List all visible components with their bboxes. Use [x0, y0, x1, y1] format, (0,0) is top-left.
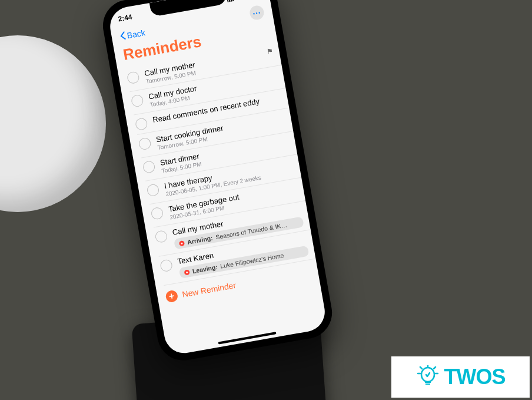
status-time: 2:44	[118, 13, 133, 24]
flag-icon: ⚑	[266, 47, 274, 56]
ellipsis-icon: ⋯	[252, 7, 262, 18]
complete-toggle[interactable]	[142, 160, 156, 174]
back-label: Back	[126, 28, 145, 40]
location-icon	[179, 240, 185, 246]
location-kind: Leaving:	[192, 263, 218, 275]
keys-photo	[320, 0, 508, 189]
svg-rect-2	[230, 0, 232, 2]
new-reminder-label: New Reminder	[181, 280, 237, 299]
complete-toggle[interactable]	[127, 71, 140, 84]
location-icon	[184, 269, 189, 275]
home-indicator[interactable]	[218, 332, 276, 344]
complete-toggle[interactable]	[138, 137, 152, 150]
twos-logo: TWOS	[391, 356, 530, 398]
iphone-device: 2:44 Back ⋯	[99, 0, 336, 365]
back-button[interactable]: Back	[119, 28, 146, 42]
signal-icon	[227, 0, 236, 4]
battery-icon	[247, 0, 260, 1]
chevron-left-icon	[119, 31, 127, 41]
complete-toggle[interactable]	[131, 94, 144, 108]
svg-rect-1	[229, 0, 231, 2]
more-button[interactable]: ⋯	[249, 5, 265, 21]
wifi-icon	[237, 0, 246, 2]
twos-logo-text: TWOS	[444, 365, 506, 389]
reminders-list: Call my motherTomorrow, 5:00 PM⚑Call my …	[118, 42, 316, 287]
complete-toggle[interactable]	[135, 117, 148, 131]
plus-icon: +	[165, 289, 178, 303]
svg-rect-0	[227, 0, 229, 2]
complete-toggle[interactable]	[150, 207, 164, 220]
hat-photo	[0, 35, 106, 212]
complete-toggle[interactable]	[159, 259, 173, 272]
location-kind: Arriving:	[187, 234, 213, 246]
phone-screen: 2:44 Back ⋯	[107, 0, 328, 356]
complete-toggle[interactable]	[154, 230, 168, 243]
lightbulb-icon	[416, 365, 440, 389]
complete-toggle[interactable]	[146, 183, 159, 197]
